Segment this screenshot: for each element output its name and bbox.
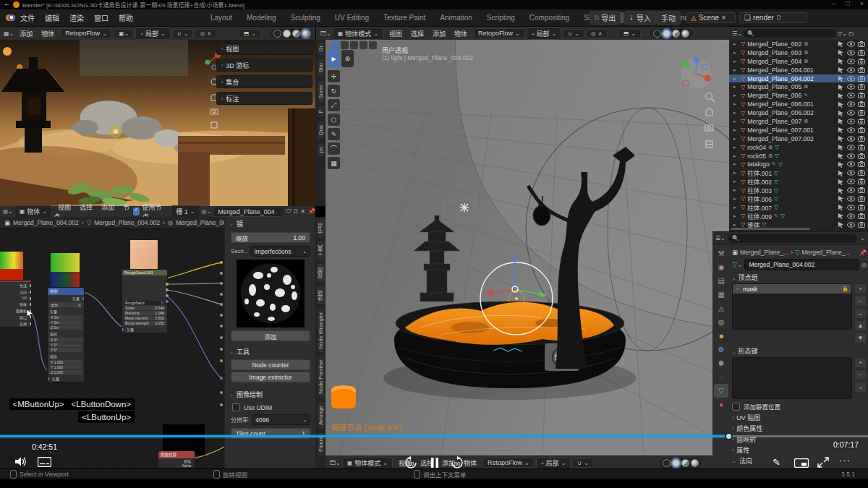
outliner-item-row[interactable]: ▸ ▽ Merged_Plane_007.001 ⚙ ✎ ▽ [729, 126, 868, 134]
minimize-button[interactable]: – [832, 0, 835, 7]
scale-tool-button[interactable]: ⤢ [328, 99, 340, 111]
selectable-cursor-icon[interactable] [838, 127, 844, 133]
hide-eye-icon[interactable] [847, 196, 855, 202]
hide-eye-icon[interactable] [847, 50, 855, 56]
expand-arrow-icon[interactable]: ▸ [733, 145, 739, 150]
outliner-item-row[interactable]: ▸ ▽ Merged_Plane_004.002 ⚙ ✎ ▽ [729, 74, 868, 83]
outliner-item-row[interactable]: ▸ ▽ Merged_Plane_006.002 ⚙ ✎ ▽ [729, 108, 868, 117]
scene-selector[interactable]: ◬Scene✕ [686, 12, 736, 23]
image-texture-node[interactable]: 图像纹理 颜色Alpha [158, 450, 195, 468]
panel-section-collapsed[interactable]: › 3D 游标 [216, 59, 312, 72]
selectable-cursor-icon[interactable] [838, 179, 844, 185]
pip-icon[interactable] [794, 458, 809, 468]
selectable-cursor-icon[interactable] [838, 213, 844, 219]
sidebar-tab[interactable]: po [317, 142, 325, 157]
expand-arrow-icon[interactable]: ▸ [733, 213, 739, 219]
tools-panel-header[interactable]: ⌄ 工具 [225, 343, 316, 358]
hide-eye-icon[interactable] [847, 101, 855, 107]
output-socket[interactable] [30, 322, 31, 325]
render-camera-icon[interactable] [858, 84, 865, 90]
input-socket[interactable] [122, 328, 124, 331]
viewport-menu-item[interactable]: 物体 [450, 30, 472, 38]
rest-position-checkbox[interactable]: 添加静置位置 [732, 401, 867, 412]
output-socket[interactable] [166, 288, 169, 291]
image-extractor-button[interactable]: Image extractor [231, 372, 310, 382]
outliner-item-row[interactable]: ▸ ▽ Merged_Plane_002 ⚙ ✎ ▽ [729, 40, 868, 48]
render-camera-icon[interactable] [858, 213, 865, 219]
video-progress-bar-remaining[interactable] [729, 435, 868, 437]
render-camera-icon[interactable] [858, 110, 865, 116]
expand-arrow-icon[interactable]: ▸ [733, 222, 739, 228]
new-collection-icon[interactable]: 🗀 [848, 30, 854, 37]
viewport-menu-item[interactable]: 添加 [15, 30, 37, 38]
hide-eye-icon[interactable] [847, 67, 855, 73]
properties-search-input[interactable]: 🔍 [728, 234, 857, 243]
render-camera-icon[interactable] [858, 179, 865, 184]
move-down-button[interactable]: ▼ [854, 333, 867, 343]
hide-eye-icon[interactable] [847, 84, 855, 90]
mapping-type-dropdown[interactable]: 类型:点 [49, 302, 82, 307]
render-camera-icon[interactable] [858, 196, 865, 202]
value-field[interactable]: Z 1.000 [49, 370, 82, 374]
selectable-cursor-icon[interactable] [838, 195, 844, 202]
mode-selector[interactable]: ▣物体模式⌄ [333, 27, 383, 40]
outliner-item-row[interactable]: ▸ ▽ Merged_Plane_003 ⚙ ✎ ▽ [729, 48, 868, 57]
pin-icon[interactable]: 📌 [308, 208, 315, 215]
shape-keys-panel-header[interactable]: ⌄ 形态键 [732, 345, 867, 357]
tab-output[interactable]: ▤ [714, 274, 728, 288]
workspace-tab[interactable]: Compositing [523, 12, 576, 23]
expand-arrow-icon[interactable]: ▸ [733, 170, 739, 176]
selectable-cursor-icon[interactable] [838, 221, 844, 228]
sidebar-tab[interactable]: Scree [317, 80, 325, 103]
proportional-editing-dropdown[interactable]: ◎∧ [586, 29, 608, 38]
lasso-select-icon[interactable] [359, 41, 367, 49]
hide-eye-icon[interactable] [847, 145, 855, 150]
shading-solid-icon[interactable] [663, 30, 671, 38]
transform-orientation-dropdown[interactable]: ⟓局部⌄ [527, 27, 562, 40]
outliner-item-row[interactable]: ▸ ▽ Merged_Plane_004.001 ⚙ ✎ ▽ [729, 66, 868, 74]
hide-eye-icon[interactable] [847, 179, 855, 184]
selectable-cursor-icon[interactable] [838, 75, 844, 82]
mapping-node[interactable]: 映射 矢量 类型:点 矢量 X 0mY 0mZ 0m 旋转 X 0°Y 0°Z … [47, 287, 85, 382]
selectable-cursor-icon[interactable] [838, 58, 844, 64]
render-camera-icon[interactable] [858, 145, 865, 150]
expand-arrow-icon[interactable]: ▸ [733, 196, 739, 202]
users-count-icon[interactable]: ◎ [861, 262, 867, 268]
close-button[interactable]: × [860, 0, 864, 7]
overlays-toggle[interactable]: ⬒⌄ [618, 29, 641, 38]
hide-eye-icon[interactable] [847, 222, 855, 228]
selectable-cursor-icon[interactable] [838, 187, 844, 194]
output-socket[interactable] [30, 291, 31, 294]
hide-eye-icon[interactable] [847, 119, 855, 124]
filter-options-icon[interactable]: ⌄ [860, 235, 865, 241]
shading-wireframe-icon[interactable] [653, 30, 661, 38]
value-field[interactable]: X 0° [49, 338, 82, 342]
shading-rendered-icon[interactable] [681, 30, 689, 38]
app-menu-item[interactable]: 文件 [15, 14, 40, 22]
add-shape-key-button[interactable]: + [854, 357, 867, 368]
import-button[interactable]: ⭳导入 [624, 11, 656, 25]
render-camera-icon[interactable] [858, 50, 865, 56]
use-udim-checkbox[interactable]: Use UDIM [232, 403, 309, 411]
retopoflow-menu[interactable]: RetopoFlow⌄ [60, 28, 112, 38]
hide-eye-icon[interactable] [847, 59, 855, 64]
annotate-tool-button[interactable]: ✎ [328, 128, 340, 140]
sidebar-tab[interactable]: Sho [317, 59, 325, 77]
output-socket[interactable] [166, 283, 169, 286]
outliner-display-mode-icon[interactable]: ☰⌄ [732, 30, 742, 37]
sidebar-tab[interactable]: F [317, 106, 325, 118]
editor-type-icon[interactable]: 🗔⌄ [330, 460, 341, 466]
selectable-cursor-icon[interactable] [838, 49, 844, 56]
render-camera-icon[interactable] [858, 101, 865, 107]
expand-arrow-icon[interactable]: ▸ [733, 153, 739, 159]
outliner-item-row[interactable]: ▸ ▽ Merged_Plane_005 ⚙ ✎ ▽ [729, 82, 868, 91]
new-material-icon[interactable]: 🗋 [293, 208, 299, 215]
unlink-icon[interactable]: ✕ [300, 208, 305, 215]
render-camera-icon[interactable] [858, 119, 865, 124]
maximize-button[interactable]: □ [846, 0, 849, 7]
hide-eye-icon[interactable] [847, 76, 855, 82]
hide-eye-icon[interactable] [847, 213, 855, 219]
datablock-name-field[interactable]: Merged_Plane_004.002 [744, 259, 859, 270]
shading-rendered-icon[interactable] [691, 459, 699, 467]
hide-eye-icon[interactable] [847, 127, 855, 133]
